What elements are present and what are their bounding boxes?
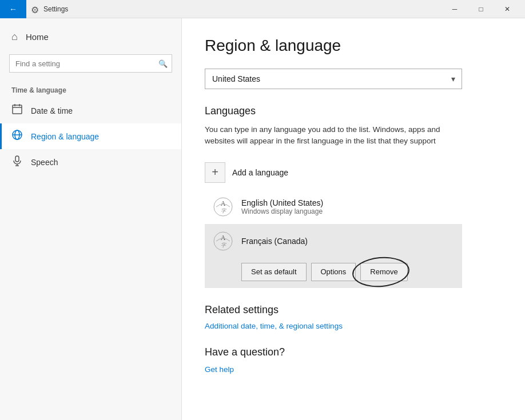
sidebar: ⌂ Home 🔍 Time & language Date & time [0, 18, 182, 420]
minimize-button[interactable]: ─ [442, 0, 468, 18]
set-as-default-button[interactable]: Set as default [241, 263, 307, 281]
sidebar-item-region-language[interactable]: Region & language [0, 123, 181, 149]
svg-text:A: A [221, 199, 226, 207]
english-lang-icon: A 字 [212, 195, 234, 218]
french-lang-info: Français (Canada) [241, 237, 455, 246]
page-title: Region & language [205, 37, 502, 55]
back-icon: ← [9, 5, 17, 14]
app-title: Settings [43, 5, 442, 13]
content-area: Region & language United States ▾ Langua… [182, 18, 525, 420]
home-icon: ⌂ [11, 31, 18, 43]
english-lang-info: English (United States) Windows display … [241, 198, 455, 215]
language-item-french[interactable]: A 字 Français (Canada) [205, 224, 462, 258]
region-icon [11, 129, 23, 143]
sidebar-item-speech[interactable]: Speech [0, 149, 181, 175]
app-icon: ⚙ [31, 5, 40, 14]
date-time-label: Date & time [31, 106, 73, 115]
remove-button[interactable]: Remove [360, 263, 407, 281]
svg-rect-7 [15, 156, 19, 162]
svg-rect-0 [13, 105, 22, 114]
country-region-dropdown[interactable]: United States ▾ [205, 69, 462, 89]
region-language-label: Region & language [31, 132, 99, 141]
have-a-question-title: Have a question? [205, 346, 502, 358]
window-controls: ─ □ ✕ [442, 0, 520, 18]
back-button[interactable]: ← [0, 0, 26, 18]
search-icon: 🔍 [158, 59, 168, 68]
titlebar: ← ⚙ Settings ─ □ ✕ [0, 0, 525, 18]
related-settings-title: Related settings [205, 304, 502, 316]
sidebar-item-date-time[interactable]: Date & time [0, 98, 181, 123]
search-input[interactable] [9, 54, 172, 73]
svg-text:A: A [221, 234, 226, 242]
add-language-button[interactable]: + Add a language [205, 158, 502, 187]
french-lang-icon: A 字 [212, 230, 234, 253]
additional-date-time-link[interactable]: Additional date, time, & regional settin… [205, 322, 502, 330]
language-item-english[interactable]: A 字 English (United States) Windows disp… [205, 190, 462, 224]
english-lang-sub: Windows display language [241, 207, 455, 215]
maximize-icon: □ [479, 5, 483, 13]
minimize-icon: ─ [452, 5, 458, 13]
mic-icon [11, 155, 23, 169]
close-icon: ✕ [504, 5, 510, 13]
country-select[interactable]: United States [205, 69, 462, 89]
sidebar-category: Time & language [0, 78, 181, 98]
home-label: Home [26, 32, 49, 42]
close-button[interactable]: ✕ [494, 0, 520, 18]
app-body: ⌂ Home 🔍 Time & language Date & time [0, 18, 525, 420]
sidebar-search: 🔍 [9, 54, 172, 73]
options-button[interactable]: Options [311, 263, 356, 281]
add-language-label: Add a language [232, 168, 288, 177]
english-lang-name: English (United States) [241, 198, 455, 207]
svg-text:字: 字 [221, 242, 226, 248]
calendar-icon [11, 103, 23, 118]
maximize-button[interactable]: □ [468, 0, 494, 18]
get-help-link[interactable]: Get help [205, 365, 234, 374]
speech-label: Speech [31, 158, 58, 167]
language-actions: Set as default Options Remove [205, 258, 462, 288]
languages-description: You can type in any language you add to … [205, 124, 462, 147]
sidebar-item-home[interactable]: ⌂ Home [0, 25, 181, 49]
svg-text:字: 字 [221, 208, 226, 214]
add-icon: + [205, 162, 225, 183]
remove-button-wrapper: Remove [360, 263, 407, 281]
french-lang-name: Français (Canada) [241, 237, 455, 246]
languages-section-title: Languages [205, 105, 502, 117]
